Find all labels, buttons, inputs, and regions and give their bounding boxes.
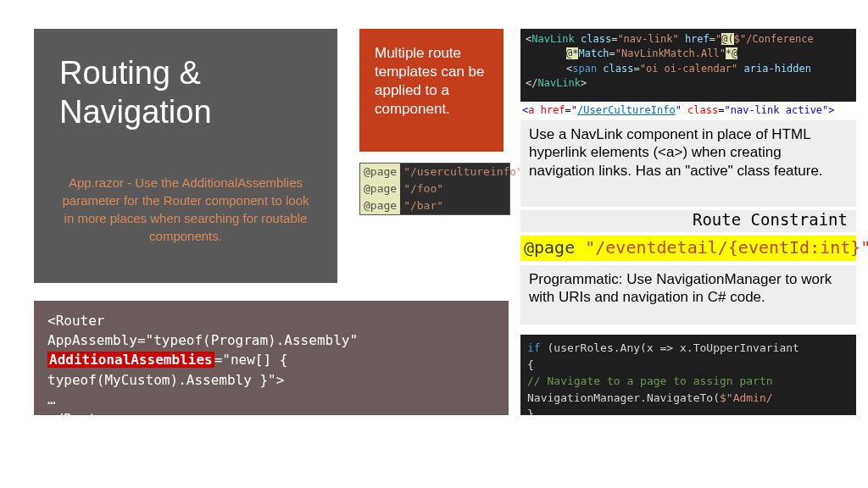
- code-text: </: [526, 77, 537, 89]
- code-text: aria-hidden: [744, 63, 811, 75]
- code-text: Match: [578, 47, 609, 59]
- code-text: span: [572, 63, 603, 75]
- code-text: @*: [566, 47, 578, 59]
- code-text: NavigationManager.NavigateTo(: [527, 391, 720, 404]
- page-directive: @page: [360, 197, 400, 214]
- page-route-highlight: @page "/eventdetail/{eventId:int}": [520, 236, 856, 261]
- callout-red: Multiple route templates can be applied …: [359, 29, 504, 152]
- code-text: >: [828, 104, 834, 116]
- code-text: *@: [726, 47, 737, 59]
- page-row: @page"/usercultureinfo": [360, 164, 509, 180]
- page-directive: @page: [360, 180, 400, 197]
- code-text: class: [603, 63, 633, 75]
- page-directives-snippet: @page"/usercultureinfo" @page"/foo" @pag…: [359, 163, 510, 215]
- code-line: }: [527, 406, 849, 415]
- code-text: =: [633, 63, 639, 75]
- code-line: // Navigate to a page to assign partn: [527, 373, 849, 390]
- code-text: a: [528, 104, 540, 116]
- code-text: (userRoles.Any(x: [547, 341, 659, 354]
- route-constraint-heading: Route Constraint: [520, 210, 856, 232]
- slide-subtitle: App.razor - Use the AdditionalAssemblies…: [59, 174, 312, 245]
- nav-manager-code-snippet: if (userRoles.Any(x => x.ToUpperInvarian…: [520, 335, 856, 415]
- code-highlight: AdditionalAssemblies: [47, 352, 214, 368]
- page-row: @page"/foo": [360, 180, 509, 197]
- code-text: "nav-link active": [724, 104, 828, 116]
- code-text: href: [685, 33, 709, 45]
- slide-container: Routing & Navigation App.razor - Use the…: [0, 0, 868, 488]
- code-line: AppAssembly="typeof(Program).Assembly": [47, 330, 495, 350]
- page-path: "/usercultureinfo": [400, 164, 523, 180]
- code-text: ": [571, 104, 577, 116]
- anchor-code-line: <a href="/UserCultureInfo" class="nav-li…: [520, 104, 856, 119]
- code-line: {: [527, 357, 849, 374]
- code-text: NavLink: [531, 33, 581, 45]
- code-text: x.ToUpperInvariant: [673, 341, 799, 354]
- code-text: NavLink: [537, 77, 581, 89]
- code-text: =: [709, 33, 715, 45]
- code-line: …: [47, 390, 495, 409]
- page-path: "/foo": [400, 180, 443, 197]
- code-text: "NavLinkMatch.All": [615, 47, 726, 59]
- slide-title: Routing & Navigation: [59, 54, 312, 131]
- code-text: @page: [524, 237, 585, 258]
- programmatic-description: Programmatic: Use NavigationManager to w…: [520, 265, 856, 324]
- code-text: @(: [721, 33, 733, 45]
- code-text: if: [527, 341, 547, 354]
- code-text: =: [609, 47, 615, 59]
- router-code-snippet: <Router AppAssembly="typeof(Program).Ass…: [34, 301, 509, 415]
- code-text: "nav-link": [617, 33, 684, 45]
- code-text: /UserCultureInfo: [577, 104, 676, 116]
- code-text: $"/Conference: [734, 33, 814, 45]
- page-row: @page"/bar": [360, 197, 509, 214]
- page-directive: @page: [360, 164, 400, 180]
- code-text: class: [581, 33, 611, 45]
- navlink-description: Use a NavLink component in place of HTML…: [520, 120, 856, 207]
- title-panel: Routing & Navigation App.razor - Use the…: [34, 29, 337, 283]
- code-line: AdditionalAssemblies="new[] { typeof(MyC…: [47, 350, 495, 389]
- code-text: "oi oi-calendar": [640, 63, 744, 75]
- code-text: href: [541, 104, 565, 116]
- page-path: "/bar": [400, 197, 443, 214]
- code-text: ": [676, 104, 682, 116]
- code-text: $"Admin/: [720, 391, 773, 404]
- code-text: =: [565, 104, 571, 116]
- code-text: "/eventdetail/{eventId:int}": [585, 237, 868, 258]
- code-text: class: [682, 104, 718, 116]
- code-text: =>: [660, 341, 674, 354]
- code-line: <Router: [47, 311, 495, 330]
- code-text: >: [581, 77, 587, 89]
- navlink-code-snippet: <NavLink class="nav-link" href="@($"/Con…: [520, 29, 856, 102]
- code-line: </Router>: [47, 409, 495, 429]
